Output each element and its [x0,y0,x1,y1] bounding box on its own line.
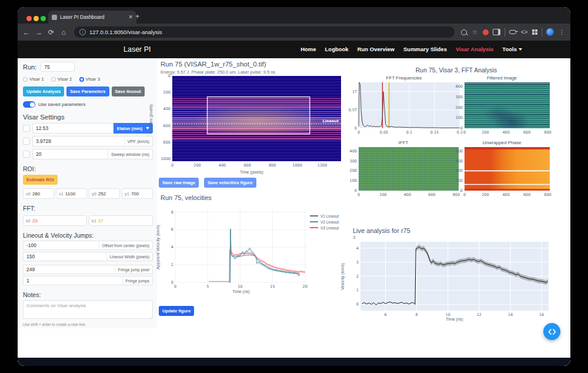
sweep-window-input[interactable] [32,149,108,159]
save-raw-image-button[interactable]: Save raw image [159,178,199,188]
raw-image-title: Run 75 (VISAR_1w_r75_shot_0.tif) [161,61,266,68]
site-info-icon[interactable]: i [79,29,86,35]
svg-text:0: 0 [358,130,360,135]
live-analysis-plot[interactable]: 681012141601234 [348,238,553,324]
roi-y1-field[interactable]: y1 [122,188,153,199]
roi-x1-field[interactable]: x1 [56,188,87,199]
legend-swatch [310,227,318,228]
sweep-checkbox[interactable] [23,151,30,158]
svg-text:200: 200 [193,163,201,168]
save-parameters-button[interactable]: Save Parameters [66,86,109,96]
svg-text:100: 100 [456,115,463,120]
svg-text:0.1: 0.1 [406,130,412,135]
svg-text:2: 2 [171,262,173,267]
svg-text:200: 200 [350,168,357,173]
nav-home[interactable]: Home [300,46,316,52]
notes-hint: Use shift + enter to create a new line. [23,322,153,327]
svg-text:Lineout: Lineout [322,119,339,124]
save-lineout-button[interactable]: Save lineout [112,86,145,96]
roi-y0-input[interactable] [98,191,119,197]
offset-center-label: Offset from center (pixels) [99,241,153,250]
dash-debug-fab[interactable] [543,323,560,340]
maximize-window-button[interactable] [41,16,46,21]
radio-visar-1[interactable]: Visar 1 [23,76,44,82]
update-figure-button[interactable]: Update figure [159,306,194,316]
svg-text:0: 0 [356,302,359,307]
roi-y1-input[interactable] [131,191,152,197]
save-velocities-figure-button[interactable]: Save velocities figure [204,178,256,188]
svg-text:200: 200 [379,192,386,197]
etalon-input[interactable] [32,123,113,134]
zoom-icon[interactable] [461,29,467,35]
fft-frequencies-plot[interactable]: 00.050.10.150.200.5T1T [345,80,463,136]
roi-x0-field[interactable]: x0 [23,188,54,199]
fringe-jumps-input[interactable] [23,276,122,285]
notes-textarea[interactable] [23,300,153,319]
side-panel-icon[interactable] [493,29,500,35]
etalon-checkbox[interactable] [23,125,30,132]
legend-item[interactable]: V1 Lineout [310,213,339,219]
svg-text:300: 300 [456,95,463,99]
tab-close-icon[interactable]: ✕ [128,14,133,20]
fft-k1-input[interactable] [98,218,152,224]
vpf-checkbox[interactable] [23,138,30,145]
run-input[interactable] [41,62,75,72]
nav-logbook[interactable]: Logbook [325,46,349,52]
lineout-width-input[interactable] [23,252,106,261]
minimize-window-button[interactable] [34,16,39,21]
url-bar[interactable]: i 127.0.0.1:8050/visar-analysis [74,26,455,38]
bookmark-star-icon[interactable]: ☆ [471,29,479,35]
notes-heading: Notes: [23,291,153,298]
roi-y0-field[interactable]: y0 [89,188,120,199]
legend-item[interactable]: V2 Lineout [310,219,339,225]
fft-k1-field[interactable]: k1 [89,215,153,226]
back-icon[interactable]: ← [22,28,31,36]
nav-tools[interactable]: Tools [502,46,522,52]
roi-x0-input[interactable] [32,191,54,197]
use-saved-parameters-toggle[interactable] [23,101,35,108]
roi-x1-input[interactable] [65,191,86,197]
update-analysis-button[interactable]: Update Analysis [23,86,64,96]
devtools-code-icon[interactable]: <> [520,29,528,35]
nav-summary-slides[interactable]: Summary Slides [403,46,447,52]
browser-tab[interactable]: Laser PI Dashboard ✕ [48,11,136,24]
svg-text:10: 10 [238,284,242,289]
ifft-plot[interactable]: 02004006008000100200300400 [345,145,462,199]
password-key-icon[interactable] [509,30,516,34]
profile-avatar[interactable] [546,28,554,36]
svg-text:8: 8 [416,312,418,317]
radio-visar-2[interactable]: Visar 2 [51,76,72,82]
apps-grid-icon[interactable] [532,29,537,35]
settings-sidebar: Run: Visar 1 Visar 2 Visar 3 Update Anal… [18,58,157,328]
menu-kebab-icon[interactable]: ⋮ [558,29,566,35]
new-tab-button[interactable]: + [135,12,140,21]
fringe-jump-pixel-input[interactable] [23,265,115,274]
unwrapped-phase-plot[interactable]: 02004006008000100200300400 [450,145,553,199]
home-icon[interactable]: ⌂ [59,28,68,36]
svg-text:14: 14 [508,312,513,317]
filtered-image-plot[interactable]: 02004006008000100200300400 [450,80,553,136]
close-window-button[interactable] [26,16,32,21]
nav-run-overview[interactable]: Run Overview [358,46,395,52]
window-footer [18,358,570,366]
raw-image-plot[interactable]: Lineout020040060080010001200020040060080… [159,74,345,175]
nav-visar-analysis[interactable]: Visar Analysis [456,46,493,52]
svg-text:100: 100 [350,178,357,183]
reload-icon[interactable]: ⟳ [47,28,55,36]
browser-window: Laser PI Dashboard ✕ + ← → ⟳ ⌂ i 127.0.0… [18,7,570,366]
fft-k0-input[interactable] [32,218,86,224]
vpf-input[interactable] [32,136,124,146]
etalon-dropdown-button[interactable]: Etalon (mm) [113,123,153,134]
sweep-window-label: Sweep window (ns) [108,149,153,159]
forward-icon[interactable]: → [35,28,43,36]
legend-item[interactable]: V3 Lineout [310,225,339,231]
extension-red-icon[interactable] [483,29,489,35]
estimate-roi-button[interactable]: Estimate ROI [23,175,58,185]
fft-analysis-heading: Run 75, Visar 3, FFT Analysis [345,66,568,74]
radio-visar-3[interactable]: Visar 3 [79,76,101,82]
svg-text:8: 8 [171,210,173,215]
vpf-label: VPF (km/s) [124,136,153,146]
offset-center-input[interactable] [23,241,99,250]
fft-k0-field[interactable]: k0 [23,215,87,226]
velocities-legend[interactable]: V1 Lineout V2 Lineout V3 Lineout [310,213,339,231]
